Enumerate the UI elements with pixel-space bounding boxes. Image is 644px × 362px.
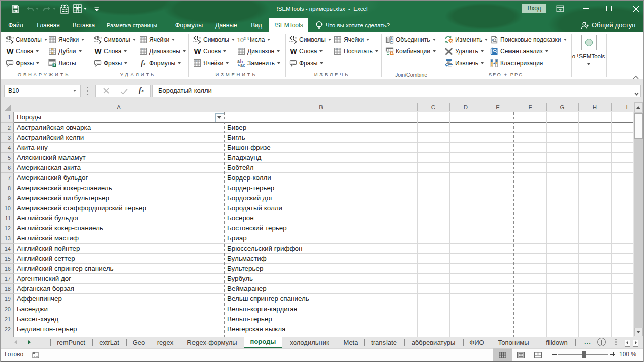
svg-text:X: X — [53, 63, 56, 67]
svg-text:a: a — [237, 59, 240, 64]
svg-text:c: c — [243, 63, 245, 67]
